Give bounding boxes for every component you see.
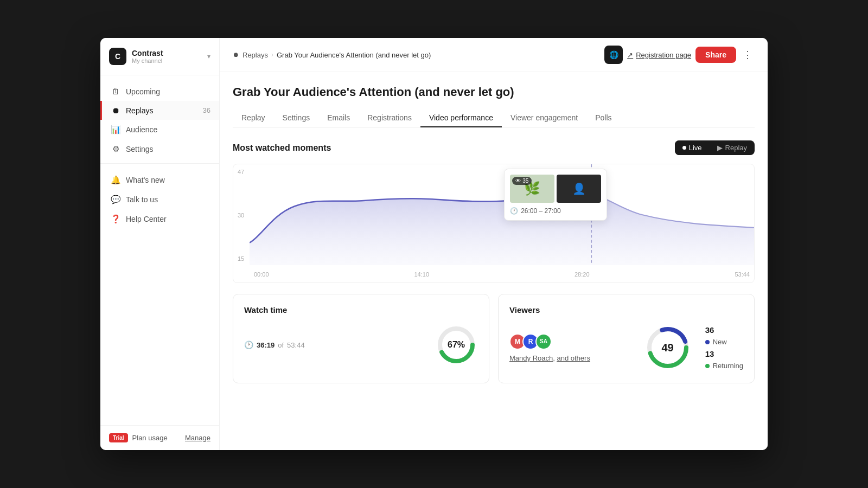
toggle-live-button[interactable]: Live — [675, 140, 710, 155]
watch-time-detail: 🕐 36:19 of 53:44 — [244, 341, 426, 349]
donut-label: 67% — [435, 323, 478, 367]
chart-header: Most watched moments Live ▶ Replay — [233, 140, 755, 155]
new-dot — [705, 340, 710, 344]
viewers-donut: 49 — [643, 323, 692, 372]
sidebar-item-label: Upcoming — [126, 87, 160, 96]
tab-viewer-engagement[interactable]: Viewer engagement — [502, 109, 586, 127]
tabs-bar: Replay Settings Emails Registrations Vid… — [233, 109, 755, 127]
and-others-link[interactable]: and others — [557, 354, 590, 362]
main-content: ⏺ Replays › Grab Your Audience's Attenti… — [220, 38, 768, 450]
watch-time-info: 🕐 36:19 of 53:44 — [244, 341, 426, 349]
breadcrumb: ⏺ Replays › Grab Your Audience's Attenti… — [233, 51, 600, 59]
sidebar-divider — [100, 163, 219, 164]
top-bar-actions: 🌐 ↗ Registration page Share ⋮ — [604, 46, 755, 64]
sidebar-item-replays[interactable]: ⏺ Replays 36 — [100, 101, 219, 120]
trial-badge: Trial — [109, 433, 128, 442]
watch-time-total: 53:44 — [287, 341, 305, 349]
more-options-button[interactable]: ⋮ — [741, 49, 755, 61]
page-title: Grab Your Audience's Attention (and neve… — [233, 85, 755, 99]
bell-icon: 🔔 — [111, 175, 120, 185]
sidebar-item-label: Audience — [126, 125, 157, 134]
external-link-icon: ↗ — [627, 51, 633, 59]
metrics-row: Watch time 🕐 36:19 of 53:44 — [233, 294, 755, 383]
viewers-names: Mandy Roach, and others — [509, 354, 635, 362]
tab-polls[interactable]: Polls — [586, 109, 620, 127]
tooltip-thumbnail-2: 👤 — [557, 175, 601, 203]
chart-svg — [250, 164, 754, 265]
viewers-legend: 36 New 13 Returning — [705, 325, 743, 370]
legend-new: 36 — [705, 325, 743, 335]
tab-emails[interactable]: Emails — [318, 109, 359, 127]
eye-icon: 👁 — [515, 178, 521, 184]
breadcrumb-current: Grab Your Audience's Attention (and neve… — [277, 51, 431, 59]
tab-registrations[interactable]: Registrations — [359, 109, 420, 127]
breadcrumb-replays[interactable]: ⏺ Replays — [233, 51, 268, 59]
returning-dot — [705, 364, 710, 368]
viewers-info: M R SA Mandy Roach, and others — [509, 333, 635, 362]
clock-icon: 🕐 — [244, 341, 253, 349]
bar-chart-icon: 📊 — [111, 125, 120, 134]
chart-area: 47 30 15 — [233, 164, 755, 283]
registration-page-link[interactable]: ↗ Registration page — [627, 51, 691, 59]
brand-name: Contrast — [132, 49, 202, 57]
chart-tooltip: 👁 35 🌿 👤 🕐 26:00 – 27:00 — [504, 169, 607, 221]
tooltip-badge: 👁 35 — [512, 177, 532, 185]
avatar-3: SA — [535, 333, 552, 350]
y-label-top: 47 — [238, 169, 244, 175]
channel-name: My channel — [132, 57, 202, 64]
calendar-icon: 🗓 — [111, 87, 120, 96]
viewers-card: Viewers M R SA Mandy Roach, and others — [498, 294, 755, 383]
replays-badge: 36 — [203, 106, 210, 114]
tab-settings[interactable]: Settings — [274, 109, 319, 127]
share-button[interactable]: Share — [695, 47, 736, 63]
x-label-0: 00:00 — [254, 271, 269, 278]
sidebar-nav: 🗓 Upcoming ⏺ Replays 36 📊 Audience ⚙ Set… — [100, 75, 219, 425]
legend-returning-label: Returning — [705, 362, 743, 370]
sidebar-item-upcoming[interactable]: 🗓 Upcoming — [100, 82, 219, 101]
live-dot — [682, 146, 686, 150]
viewers-title: Viewers — [509, 305, 743, 314]
sidebar-item-label: Help Center — [126, 215, 167, 223]
breadcrumb-separator: › — [271, 51, 273, 59]
top-bar: ⏺ Replays › Grab Your Audience's Attenti… — [220, 38, 768, 72]
globe-icon: 🌐 — [609, 50, 618, 59]
sidebar-brand: Contrast My channel — [132, 49, 202, 64]
sidebar: C Contrast My channel ▾ 🗓 Upcoming ⏺ Rep… — [100, 38, 220, 450]
sidebar-footer: Trial Plan usage Manage — [100, 425, 219, 450]
sidebar-header[interactable]: C Contrast My channel ▾ — [100, 38, 219, 75]
sidebar-item-audience[interactable]: 📊 Audience — [100, 120, 219, 139]
sidebar-item-label: Talk to us — [126, 195, 158, 204]
chart-area-right — [591, 196, 754, 265]
page-content: Grab Your Audience's Attention (and neve… — [220, 72, 768, 450]
watch-time-donut: 67% — [435, 323, 478, 367]
chat-icon: 💬 — [111, 195, 120, 204]
sidebar-secondary: 🔔 What's new 💬 Talk to us ❓ Help Center — [100, 168, 219, 231]
plan-usage-label: Plan usage — [132, 434, 168, 442]
x-label-3: 53:44 — [735, 271, 750, 278]
help-icon: ❓ — [111, 214, 120, 224]
y-label-bot: 15 — [238, 255, 244, 262]
legend-new-label: New — [705, 338, 743, 346]
viewers-donut-label: 49 — [643, 323, 692, 372]
globe-button[interactable]: 🌐 — [604, 46, 623, 64]
sidebar-item-talk-to-us[interactable]: 💬 Talk to us — [100, 190, 219, 209]
chart-title: Most watched moments — [233, 143, 331, 153]
chart-y-labels: 47 30 15 — [233, 164, 248, 266]
chart-toggle: Live ▶ Replay — [675, 140, 755, 155]
watch-time-title: Watch time — [244, 305, 478, 314]
record-icon: ⏺ — [111, 106, 120, 115]
toggle-replay-button[interactable]: ▶ Replay — [710, 140, 755, 155]
legend-returning: 13 — [705, 349, 743, 358]
tab-video-performance[interactable]: Video performance — [420, 109, 502, 127]
viewers-body: M R SA Mandy Roach, and others — [509, 323, 743, 372]
watch-time-current: 36:19 — [257, 341, 275, 349]
sidebar-item-whats-new[interactable]: 🔔 What's new — [100, 170, 219, 190]
sidebar-item-settings[interactable]: ⚙ Settings — [100, 139, 219, 159]
watch-time-body: 🕐 36:19 of 53:44 — [244, 323, 478, 367]
play-icon: ▶ — [717, 144, 723, 152]
tab-replay[interactable]: Replay — [233, 109, 274, 127]
sidebar-item-help-center[interactable]: ❓ Help Center — [100, 209, 219, 229]
sidebar-item-label: Replays — [126, 106, 154, 115]
clock-icon: 🕐 — [510, 207, 518, 215]
manage-link[interactable]: Manage — [185, 434, 210, 442]
